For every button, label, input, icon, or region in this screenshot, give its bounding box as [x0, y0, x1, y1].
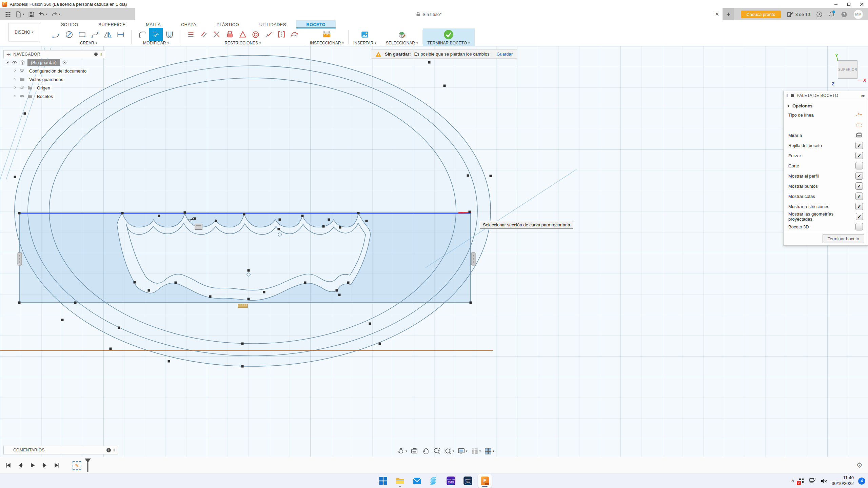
add-comment-icon[interactable]: + [106, 448, 111, 452]
save-link[interactable]: Guardar [496, 52, 513, 57]
sketch-point[interactable] [61, 319, 64, 321]
linetype-secondary-button[interactable] [855, 121, 863, 129]
dimension-tool-button[interactable] [115, 28, 127, 41]
notifications-bell-icon[interactable] [829, 11, 835, 18]
group-label[interactable]: MODIFICAR▾ [143, 41, 169, 45]
help-icon[interactable]: ? [841, 11, 847, 18]
sketch-point[interactable] [241, 365, 244, 368]
group-label[interactable]: TERMINAR BOCETO▾ [428, 41, 470, 45]
zoom-button[interactable] [432, 447, 441, 456]
sketch-point[interactable] [184, 211, 186, 214]
panel-grip-icon[interactable]: ‖ [786, 94, 788, 98]
viewports-button[interactable]: ▾ [484, 447, 495, 456]
sketch-point[interactable] [467, 175, 469, 177]
sketch-point[interactable] [74, 302, 77, 304]
sketch-point[interactable] [366, 220, 368, 222]
sketch-point[interactable] [14, 176, 16, 178]
checkbox-mostrar-cotas[interactable]: ✓ [855, 192, 863, 200]
sketch-point[interactable] [121, 212, 124, 215]
app-grid-button[interactable] [3, 10, 13, 19]
mirror-tool-button[interactable] [102, 28, 114, 41]
palette-section-options[interactable]: ▼ Opciones [784, 100, 868, 110]
sketch-point[interactable] [328, 219, 330, 221]
play-button[interactable] [29, 462, 36, 469]
select-tool-button[interactable] [396, 28, 408, 41]
license-expiry-button[interactable]: Caduca pronto [741, 11, 781, 18]
look-at-box-button[interactable] [855, 131, 863, 139]
checkbox-mostrar-el-perfil[interactable]: ✓ [855, 172, 863, 180]
new-tab-button[interactable]: + [723, 8, 734, 20]
display-settings-button[interactable]: ▾ [457, 447, 468, 456]
sketch-point[interactable] [336, 289, 338, 292]
grid-settings-button[interactable]: ▾ [470, 447, 482, 456]
dimension-ruler-icon[interactable] [238, 304, 248, 308]
sketch-point[interactable] [469, 211, 471, 213]
taskbar-clock[interactable]: 11:40 30/10/2022 [832, 475, 854, 487]
insert-image-button[interactable] [359, 28, 371, 41]
sketch-point[interactable] [278, 228, 280, 230]
taskbar-file-explorer[interactable] [393, 474, 407, 488]
tab-close-icon[interactable]: ✕ [715, 8, 719, 20]
checkbox-forzar[interactable]: ✓ [855, 152, 863, 159]
polygon-constraint-button[interactable] [237, 28, 249, 41]
fit-button[interactable]: ▾ [443, 447, 455, 456]
sketch-point[interactable] [148, 289, 150, 292]
trim-tool-button[interactable]: ✂ [149, 28, 163, 41]
ribbon-tab-chapa[interactable]: CHAPA [171, 20, 206, 28]
taskbar-prime-video[interactable]: primevideo [461, 474, 475, 488]
new-file-button[interactable]: ▾ [14, 10, 25, 19]
sketch-point[interactable] [279, 219, 281, 221]
concentric-constraint-button[interactable] [250, 28, 262, 41]
expand-panel-icon[interactable]: ▶▶ [862, 94, 865, 97]
equal-constraint-button[interactable] [185, 28, 197, 41]
taskbar-fusion-360[interactable]: F [478, 474, 492, 488]
sketch-point[interactable] [304, 282, 307, 284]
sketch-point[interactable] [490, 175, 492, 177]
sketch-point[interactable] [443, 85, 446, 87]
sketch-point[interactable] [322, 225, 325, 228]
panel-menu-icon[interactable] [791, 94, 794, 97]
group-label[interactable]: SELECCIONAR▾ [386, 41, 418, 45]
taskbar-blue-app[interactable] [427, 474, 441, 488]
sketch-geometry[interactable] [0, 46, 868, 457]
taskbar-mail[interactable] [410, 474, 424, 488]
panel-menu-icon[interactable] [94, 53, 98, 56]
sketch-point[interactable] [18, 302, 21, 304]
palette-header[interactable]: ‖ PALETA DE BOCETO ▶▶ [784, 91, 868, 100]
document-quota[interactable]: 8 de 10 [787, 12, 810, 17]
navigator-item-vistas-guardadas[interactable]: Vistas guardadas [3, 75, 105, 84]
taskbar-amazon-music[interactable]: amazonmusic [444, 474, 458, 488]
navigator-item-origen[interactable]: Origen [3, 84, 105, 92]
checkbox-mostrar-puntos[interactable]: ✓ [855, 182, 863, 190]
panel-grip-icon[interactable]: ‖ [113, 448, 115, 452]
workspace-dropdown[interactable]: DISEÑO▾ [8, 23, 40, 41]
fillet-tool-button[interactable] [136, 28, 149, 41]
sketch-point[interactable] [301, 215, 304, 217]
taskbar-start-button[interactable] [376, 474, 390, 488]
minimize-button[interactable] [829, 0, 842, 8]
ribbon-tab-utilidades[interactable]: UTILIDADES [249, 20, 296, 28]
volume-muted-icon[interactable] [821, 478, 827, 484]
sketch-point[interactable] [369, 323, 371, 325]
sketch-point[interactable] [168, 360, 170, 363]
go-to-start-button[interactable] [5, 462, 12, 469]
sketch-point[interactable] [339, 226, 341, 229]
checkbox-rejilla-del-boceto[interactable]: ✓ [855, 142, 863, 149]
rectangle-tool-button[interactable] [76, 28, 88, 41]
group-label[interactable]: RESTRICCIONES▾ [224, 41, 261, 45]
timeline-sketch-feature-icon[interactable]: ✎ [73, 461, 81, 470]
collapse-panel-icon[interactable]: ◀◀ [6, 53, 10, 56]
section-grip-handle[interactable] [471, 252, 475, 265]
section-grip-handle[interactable] [18, 252, 22, 265]
comments-panel[interactable]: COMENTARIOS +‖ [3, 446, 118, 454]
navigator-item-bocetos[interactable]: Bocetos [3, 92, 105, 101]
save-button[interactable] [27, 10, 36, 19]
circle-tool-button[interactable] [63, 28, 75, 41]
sketch-point[interactable] [248, 298, 250, 300]
sketch-point[interactable] [215, 220, 217, 222]
navigator-header[interactable]: ◀◀ NAVEGADOR ‖ [3, 50, 105, 58]
ribbon-tab-boceto[interactable]: BOCETO [296, 20, 336, 28]
sketch-point[interactable] [18, 212, 21, 215]
tangent-constraint-button[interactable] [262, 28, 275, 41]
network-icon[interactable] [809, 478, 816, 484]
